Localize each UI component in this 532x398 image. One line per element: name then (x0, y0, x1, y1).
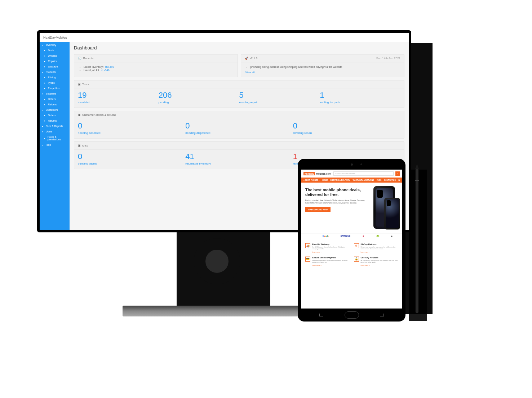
stat-value: 1 (320, 91, 400, 100)
sidebar-item-orders[interactable]: ▸Orders (40, 96, 70, 102)
clock-icon: 🕘 (78, 57, 81, 60)
nav-item[interactable]: CONTACT US (384, 179, 395, 181)
stat-card[interactable]: 206pending (159, 91, 239, 104)
rocket-icon: 🚀 (245, 57, 248, 60)
cart-icon[interactable]: 🛍 (398, 179, 400, 181)
phone-small (384, 198, 400, 229)
sidebar-item-repairs[interactable]: ▸Repairs (40, 58, 70, 64)
sidebar-item-orders[interactable]: ▸Orders (40, 113, 70, 118)
brand-sony[interactable]: ◐ (391, 235, 393, 237)
stat-label: escalated (78, 101, 159, 104)
sidebar-item-pricing[interactable]: ▸Pricing (40, 75, 70, 80)
nav-icon: ▸ (44, 114, 46, 117)
nav-icon: ▸ (44, 65, 46, 68)
sidebar-item-inventory[interactable]: ▸Inventory (40, 42, 70, 48)
feature-card: 💳Secure Online PaymentShop with confiden… (303, 255, 352, 268)
nav-item[interactable]: HOME (322, 179, 328, 181)
stylus-body (415, 169, 419, 313)
sidebar-item-files-reports[interactable]: ▸Files & Reports (40, 123, 70, 129)
stat-value: 0 (185, 121, 293, 131)
search-input[interactable]: Search Mobile Phones (333, 171, 394, 176)
stat-value: 41 (185, 152, 293, 161)
view-all-link[interactable]: View all (245, 71, 255, 74)
stat-label: needing allocated (78, 131, 185, 135)
sidebar-item-label: Repairs (48, 60, 57, 62)
tablet-home-button[interactable] (345, 311, 359, 319)
tablet-sensor (360, 163, 362, 165)
monitor-base (123, 306, 324, 316)
sidebar-item-properties[interactable]: ▸Properties (40, 86, 70, 91)
stat-card[interactable]: 0needing dispatched (185, 121, 293, 135)
brand-samsung[interactable]: SAMSUNG (341, 235, 351, 237)
sidebar-item-unlocks[interactable]: ▸Unlocks (40, 53, 70, 58)
cta-button[interactable]: FIND A PHONE NOW (305, 207, 331, 212)
stat-card[interactable]: 19escalated (78, 91, 159, 104)
nav-icon: ▸ (44, 119, 46, 122)
nav-icon: ▸ (44, 137, 46, 140)
section-title: Misc (82, 144, 88, 147)
stylus (415, 164, 419, 319)
sidebar-item-products[interactable]: ▸Products (40, 69, 70, 75)
stat-card[interactable]: 41returnable inventory (185, 152, 293, 165)
sidebar-item-label: Types (48, 82, 55, 84)
sidebar-item-label: Help (46, 144, 51, 146)
sidebar-item-returns[interactable]: ▸Returns (40, 102, 70, 107)
nav-item[interactable]: WARRANTY & RETURNS (353, 179, 374, 181)
feature-text: Return your phone for any reason for a f… (361, 246, 398, 250)
stat-label: needing dispatched (185, 131, 293, 135)
nav-item[interactable]: FAQS (377, 179, 382, 181)
brand-google[interactable]: Google (323, 235, 329, 237)
recents-link[interactable]: JL-146 (101, 69, 110, 72)
stat-card[interactable]: 0needing allocated (78, 121, 185, 135)
nav-item[interactable]: SHIPPING & DELIVERY (330, 179, 350, 181)
tablet-screen: nextday mobiles.com Search Mobile Phones… (301, 170, 402, 309)
sidebar-item-wastage[interactable]: ▸Wastage (40, 64, 70, 69)
nav-icon: ▸ (44, 82, 46, 84)
feature-text: Shop with confidence & see why thousands… (312, 259, 350, 263)
brand-huawei[interactable]: ✿ (363, 235, 364, 237)
hero-title: The best mobile phone deals, delivered f… (305, 188, 366, 197)
nav-icon: ▸ (44, 87, 46, 89)
stat-card[interactable]: 1waiting for parts (320, 91, 400, 104)
stat-card[interactable]: 5needing repair (239, 91, 320, 104)
sidebar-item-help[interactable]: ▸Help (40, 142, 70, 148)
sidebar-item-returns[interactable]: ▸Returns (40, 118, 70, 123)
sidebar-item-label: Files & Reports (46, 125, 63, 127)
sidebar-item-types[interactable]: ▸Types (40, 80, 70, 86)
version-note: providing billing address using shipping… (251, 65, 400, 69)
sidebar-item-label: Properties (48, 87, 59, 89)
brand-htc[interactable]: hTC (376, 235, 380, 237)
tablet-back-icon[interactable] (319, 314, 323, 316)
feature-text: On all UK orders placed before 3 p.m. Wo… (312, 246, 350, 250)
sidebar-item-customers[interactable]: ▸Customers (40, 107, 70, 113)
feature-link[interactable]: Learn more → (361, 264, 398, 266)
feature-text: All our phones are unlocked and will wor… (361, 259, 398, 263)
section-panel: ▣Customer orders & returns0needing alloc… (74, 111, 404, 139)
nav-item[interactable]: ≡ SHOP PHONES ▾ (303, 179, 320, 181)
sidebar-item-suppliers[interactable]: ▸Suppliers (40, 91, 70, 96)
version-panel: 🚀v2.1.9Mon 14th Jun 2021 providing billi… (241, 54, 405, 77)
feature-link[interactable]: Learn more → (312, 251, 350, 253)
sidebar-item-roles-permissions[interactable]: ▸Roles & permissions (40, 134, 70, 142)
feature-link[interactable]: Learn more → (361, 251, 398, 253)
stat-value: 19 (78, 91, 159, 100)
section-panel: ▣Tests19escalated206pending5needing repa… (74, 80, 404, 108)
features-grid: 🚚Free UK DeliveryOn all UK orders placed… (301, 239, 402, 271)
recents-item: Latest job lot : JL-146 (84, 69, 233, 72)
topbar: NextDayMobiles (40, 33, 409, 42)
section-icon: ▣ (78, 83, 81, 86)
search-button[interactable]: ⌕ (395, 171, 400, 176)
section-icon: ▣ (78, 144, 81, 147)
feature-icon: 🔓 (354, 257, 359, 262)
stat-card[interactable]: 0awaiting return (293, 121, 400, 135)
sidebar-item-tests[interactable]: ▸Tests (40, 48, 70, 53)
sidebar-item-users[interactable]: ▸Users (40, 129, 70, 134)
logo-suffix: .com (325, 172, 331, 175)
stat-card[interactable]: 0pending claims (78, 152, 185, 165)
version-label: v2.1.9 (250, 57, 258, 60)
site-logo[interactable]: nextday mobiles.com (303, 172, 332, 175)
recents-link[interactable]: RB-490 (105, 65, 114, 69)
feature-link[interactable]: Learn more → (312, 264, 350, 266)
tablet-recent-icon[interactable] (380, 314, 384, 316)
nav-icon: ▸ (44, 49, 46, 52)
